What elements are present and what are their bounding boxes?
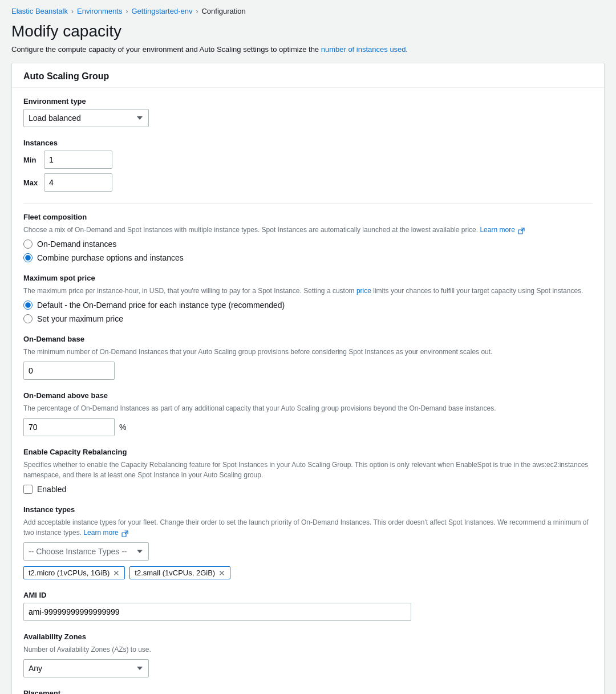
page-subtitle: Configure the compute capacity of your e… bbox=[0, 43, 616, 63]
breadcrumb-env[interactable]: Gettingstarted-env bbox=[131, 7, 192, 15]
ami-id-input[interactable] bbox=[23, 603, 411, 621]
tag-t2-small-label: t2.small (1vCPUs, 2GiB) bbox=[135, 569, 215, 577]
breadcrumb-environments[interactable]: Environments bbox=[77, 7, 122, 15]
on-demand-radio[interactable] bbox=[23, 240, 33, 249]
on-demand-above-base-row: % bbox=[23, 418, 593, 436]
on-demand-base-section: On-Demand base The minimum number of On-… bbox=[23, 335, 593, 380]
instance-type-tags: t2.micro (1vCPUs, 1GiB) ✕ t2.small (1vCP… bbox=[23, 566, 593, 579]
enabled-checkbox-row[interactable]: Enabled bbox=[23, 485, 593, 494]
default-price-radio-option[interactable]: Default - the On-Demand price for each i… bbox=[23, 301, 593, 310]
min-label: Min bbox=[23, 156, 39, 164]
instance-types-desc: Add acceptable instance types for your f… bbox=[23, 517, 593, 538]
spot-price-link[interactable]: price bbox=[356, 287, 371, 295]
on-demand-base-label: On-Demand base bbox=[23, 335, 593, 343]
divider-1 bbox=[23, 203, 593, 204]
instance-types-section: Instance types Add acceptable instance t… bbox=[23, 505, 593, 579]
on-demand-above-base-input[interactable] bbox=[23, 418, 115, 436]
max-spot-price-desc: The maximum price per instance-hour, in … bbox=[23, 286, 593, 296]
max-input[interactable] bbox=[44, 173, 112, 192]
max-spot-price-section: Maximum spot price The maximum price per… bbox=[23, 274, 593, 323]
environment-type-select[interactable]: Load balanced Single instance bbox=[23, 109, 149, 127]
on-demand-label: On-Demand instances bbox=[37, 240, 116, 249]
breadcrumb-sep-2: › bbox=[125, 7, 128, 15]
enable-capacity-label: Enable Capacity Rebalancing bbox=[23, 448, 593, 456]
percent-unit: % bbox=[119, 423, 126, 432]
max-spot-price-label: Maximum spot price bbox=[23, 274, 593, 282]
placement-label: Placement bbox=[23, 689, 593, 694]
ami-id-label: AMI ID bbox=[23, 591, 593, 599]
on-demand-radio-option[interactable]: On-Demand instances bbox=[23, 240, 593, 249]
combine-label: Combine purchase options and instances bbox=[37, 253, 184, 262]
placement-section: Placement Specify Availability Zones (AZ… bbox=[23, 689, 593, 694]
instance-types-label: Instance types bbox=[23, 505, 593, 514]
instance-ext-icon bbox=[121, 530, 128, 537]
fleet-composition-desc: Choose a mix of On-Demand and Spot Insta… bbox=[23, 225, 593, 235]
instance-types-select[interactable]: -- Choose Instance Types -- bbox=[23, 542, 149, 561]
breadcrumb: Elastic Beanstalk › Environments › Getti… bbox=[0, 0, 616, 20]
environment-type-section: Environment type Load balanced Single in… bbox=[23, 97, 593, 127]
card-header: Auto Scaling Group bbox=[12, 63, 604, 88]
instance-types-dropdown[interactable]: -- Choose Instance Types -- bbox=[23, 542, 593, 561]
set-max-radio-option[interactable]: Set your maximum price bbox=[23, 314, 593, 323]
on-demand-above-base-label: On-Demand above base bbox=[23, 391, 593, 400]
default-price-label: Default - the On-Demand price for each i… bbox=[37, 301, 285, 310]
instance-min-row: Min bbox=[23, 151, 593, 169]
breadcrumb-elastic-beanstalk[interactable]: Elastic Beanstalk bbox=[11, 7, 68, 15]
set-max-label: Set your maximum price bbox=[37, 314, 123, 323]
ami-id-section: AMI ID bbox=[23, 591, 593, 621]
set-max-radio[interactable] bbox=[23, 314, 33, 323]
combine-radio[interactable] bbox=[23, 253, 33, 262]
auto-scaling-card: Auto Scaling Group Environment type Load… bbox=[11, 63, 605, 694]
page-wrapper: Elastic Beanstalk › Environments › Getti… bbox=[0, 0, 616, 694]
on-demand-base-input[interactable] bbox=[23, 362, 115, 380]
subtitle-link[interactable]: number of instances used bbox=[321, 45, 406, 54]
availability-zones-section: Availability Zones Number of Availabilit… bbox=[23, 632, 593, 677]
on-demand-above-base-section: On-Demand above base The percentage of O… bbox=[23, 391, 593, 436]
instance-max-row: Max bbox=[23, 173, 593, 192]
fleet-ext-icon bbox=[518, 227, 525, 234]
min-input[interactable] bbox=[44, 151, 112, 169]
tag-t2-micro-remove[interactable]: ✕ bbox=[113, 569, 120, 577]
breadcrumb-sep-1: › bbox=[71, 7, 74, 15]
tag-t2-small-remove[interactable]: ✕ bbox=[218, 569, 225, 577]
fleet-composition-section: Fleet composition Choose a mix of On-Dem… bbox=[23, 213, 593, 262]
availability-zones-desc: Number of Availability Zones (AZs) to us… bbox=[23, 644, 593, 655]
card-body: Environment type Load balanced Single in… bbox=[12, 88, 604, 694]
page-title: Modify capacity bbox=[0, 20, 616, 43]
fleet-composition-label: Fleet composition bbox=[23, 213, 593, 221]
instances-grid: Min Max bbox=[23, 151, 593, 192]
breadcrumb-sep-3: › bbox=[196, 7, 198, 15]
environment-type-label: Environment type bbox=[23, 97, 593, 105]
az-dropdown[interactable]: Any 1 2 3 bbox=[23, 659, 593, 677]
instances-section: Instances Min Max bbox=[23, 139, 593, 192]
fleet-learn-more-link[interactable]: Learn more bbox=[480, 226, 514, 234]
tag-t2-micro-label: t2.micro (1vCPUs, 1GiB) bbox=[29, 569, 110, 577]
on-demand-above-base-desc: The percentage of On-Demand Instances as… bbox=[23, 403, 593, 413]
availability-zones-select[interactable]: Any 1 2 3 bbox=[23, 659, 149, 677]
enabled-checkbox-label: Enabled bbox=[37, 485, 66, 494]
enable-capacity-desc: Specifies whether to enable the Capacity… bbox=[23, 460, 593, 480]
enabled-checkbox[interactable] bbox=[23, 485, 33, 494]
tag-t2-micro: t2.micro (1vCPUs, 1GiB) ✕ bbox=[23, 566, 125, 579]
instance-types-learn-more[interactable]: Learn more bbox=[83, 529, 118, 537]
breadcrumb-current: Configuration bbox=[201, 7, 245, 15]
instances-label: Instances bbox=[23, 139, 593, 147]
on-demand-base-desc: The minimum number of On-Demand Instance… bbox=[23, 347, 593, 357]
enable-capacity-section: Enable Capacity Rebalancing Specifies wh… bbox=[23, 448, 593, 494]
tag-t2-small: t2.small (1vCPUs, 2GiB) ✕ bbox=[129, 566, 230, 579]
combine-radio-option[interactable]: Combine purchase options and instances bbox=[23, 253, 593, 262]
max-label: Max bbox=[23, 178, 39, 187]
default-price-radio[interactable] bbox=[23, 301, 33, 310]
availability-zones-label: Availability Zones bbox=[23, 632, 593, 641]
